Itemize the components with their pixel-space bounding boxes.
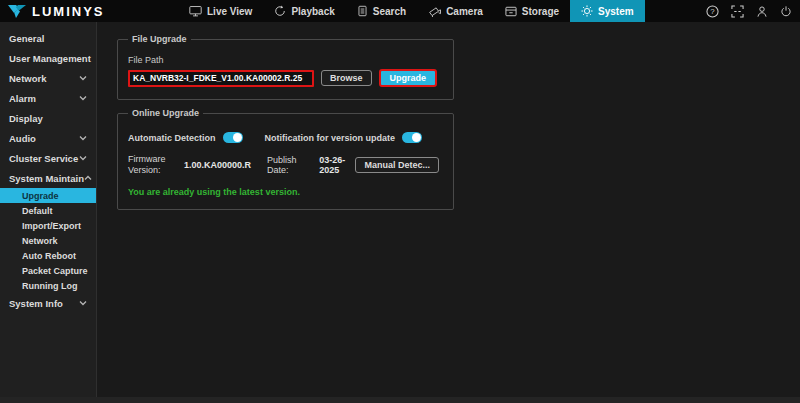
notification-label: Notification for version update — [265, 133, 396, 143]
power-icon[interactable] — [780, 5, 792, 18]
monitor-icon — [189, 5, 202, 17]
brand-logo: LUMINYS — [7, 4, 105, 19]
file-path-input[interactable]: KA_NVRB32-I_FDKE_V1.00.KA00002.R.25 — [128, 70, 314, 87]
sidebar-item-label: System Maintain — [9, 173, 84, 184]
manual-detect-button[interactable]: Manual Detec... — [355, 157, 439, 173]
sidebar-item-label: Alarm — [9, 93, 36, 104]
file-upgrade-panel: File Upgrade File Path KA_NVRB32-I_FDKE_… — [117, 34, 454, 100]
tab-live-view[interactable]: Live View — [178, 0, 263, 22]
sidebar-item-label: Import/Export — [22, 221, 81, 231]
toggle-knob — [233, 133, 242, 142]
sidebar-item-label: Default — [22, 206, 53, 216]
tab-label: Playback — [291, 6, 334, 17]
tab-label: Storage — [522, 6, 559, 17]
top-bar: LUMINYS Live ViewPlaybackSearchCameraSto… — [0, 0, 800, 22]
tab-playback[interactable]: Playback — [263, 0, 345, 22]
main-nav: Live ViewPlaybackSearchCameraStorageSyst… — [178, 0, 645, 22]
svg-text:?: ? — [710, 7, 715, 16]
browse-button[interactable]: Browse — [321, 70, 372, 86]
sidebar-item-running-log[interactable]: Running Log — [0, 278, 96, 293]
sidebar-item-label: Running Log — [22, 281, 77, 291]
chevron-down-icon — [79, 300, 87, 306]
tab-label: System — [598, 6, 634, 17]
sidebar-item-cluster-service[interactable]: Cluster Service — [0, 148, 96, 168]
fullscreen-icon[interactable] — [731, 5, 744, 18]
tab-label: Search — [373, 6, 406, 17]
tab-label: Camera — [446, 6, 483, 17]
online-upgrade-legend: Online Upgrade — [128, 108, 203, 118]
sidebar-item-label: Upgrade — [22, 191, 59, 201]
chevron-down-icon — [79, 75, 87, 81]
publish-date-label: Publish Date: — [267, 155, 309, 175]
storage-icon — [505, 6, 517, 17]
chevron-up-icon — [84, 175, 92, 181]
tab-system[interactable]: System — [570, 0, 645, 22]
tab-search[interactable]: Search — [346, 0, 417, 22]
sidebar-item-label: System Info — [9, 298, 63, 309]
sidebar-item-label: Display — [9, 113, 43, 124]
sidebar-item-network[interactable]: Network — [0, 233, 96, 248]
online-upgrade-panel: Online Upgrade Automatic Detection Notif… — [117, 108, 454, 210]
upgrade-button[interactable]: Upgrade — [379, 69, 438, 87]
sidebar-item-label: Network — [9, 73, 46, 84]
camera-icon — [428, 6, 441, 17]
help-icon[interactable]: ? — [706, 5, 719, 18]
sidebar-item-label: General — [9, 33, 44, 44]
sidebar-item-general[interactable]: General — [0, 28, 96, 48]
sidebar-item-label: Packet Capture — [22, 266, 88, 276]
chevron-down-icon — [79, 135, 87, 141]
file-path-label: File Path — [128, 55, 443, 65]
latest-version-status: You are already using the latest version… — [128, 187, 443, 197]
sidebar-item-import-export[interactable]: Import/Export — [0, 218, 96, 233]
page-body: GeneralUser ManagementNetworkAlarmDispla… — [0, 22, 800, 403]
user-icon[interactable] — [756, 5, 768, 18]
sidebar-item-label: User Management — [9, 53, 91, 64]
brand-name: LUMINYS — [32, 4, 105, 19]
sidebar-item-user-management[interactable]: User Management — [0, 48, 96, 68]
notification-toggle[interactable] — [402, 132, 422, 143]
sidebar-item-alarm[interactable]: Alarm — [0, 88, 96, 108]
tab-storage[interactable]: Storage — [494, 0, 570, 22]
gear-icon — [581, 5, 593, 17]
sidebar-item-auto-reboot[interactable]: Auto Reboot — [0, 248, 96, 263]
sidebar-item-upgrade[interactable]: Upgrade — [0, 188, 96, 203]
sidebar-item-packet-capture[interactable]: Packet Capture — [0, 263, 96, 278]
automatic-detection-toggle[interactable] — [223, 132, 243, 143]
firmware-version-label: Firmware Version: — [128, 154, 176, 177]
playback-icon — [274, 5, 286, 17]
sidebar: GeneralUser ManagementNetworkAlarmDispla… — [0, 22, 97, 403]
topbar-right-icons: ? — [706, 0, 792, 22]
sidebar-item-display[interactable]: Display — [0, 108, 96, 128]
sidebar-item-default[interactable]: Default — [0, 203, 96, 218]
main-content: File Upgrade File Path KA_NVRB32-I_FDKE_… — [97, 22, 800, 403]
luminys-logo-icon — [7, 4, 27, 19]
file-upgrade-legend: File Upgrade — [128, 34, 191, 44]
sidebar-item-label: Auto Reboot — [22, 251, 76, 261]
tab-label: Live View — [207, 6, 252, 17]
sidebar-item-label: Network — [22, 236, 58, 246]
sidebar-item-label: Audio — [9, 133, 36, 144]
sidebar-item-system-info[interactable]: System Info — [0, 293, 96, 313]
chevron-down-icon — [79, 95, 87, 101]
document-icon — [357, 5, 368, 17]
toggle-knob — [412, 133, 421, 142]
chevron-down-icon — [79, 155, 87, 161]
tab-camera[interactable]: Camera — [417, 0, 494, 22]
sidebar-item-network[interactable]: Network — [0, 68, 96, 88]
sidebar-item-system-maintain[interactable]: System Maintain — [0, 168, 96, 188]
firmware-version-value: 1.00.KA00000.R — [184, 160, 251, 170]
publish-date-value: 03-26-2025 — [319, 155, 355, 175]
sidebar-item-audio[interactable]: Audio — [0, 128, 96, 148]
sidebar-item-label: Cluster Service — [9, 153, 78, 164]
automatic-detection-label: Automatic Detection — [128, 133, 216, 143]
bottom-scroll-strip[interactable] — [0, 397, 800, 403]
